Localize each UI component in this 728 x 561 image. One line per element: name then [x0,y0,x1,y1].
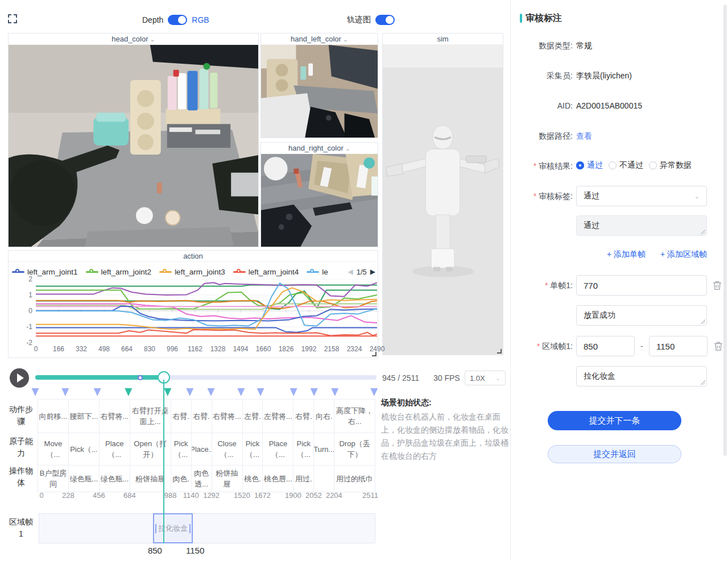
play-button[interactable] [10,368,29,388]
timeline-marker-icon[interactable] [94,388,101,396]
add-region-frame-link[interactable]: + 添加区域帧 [660,250,707,259]
legend-prev-icon[interactable]: ◀ [348,268,353,276]
action-step-cell[interactable]: 右臂将... [212,400,242,433]
resize-grip-icon[interactable] [701,319,705,324]
resize-handle[interactable] [372,352,377,356]
timeline-marker-icon[interactable] [237,388,245,396]
atomic-ability-cell[interactable]: Place.. [191,433,212,465]
timeline-marker-icon[interactable] [290,388,297,396]
delete-single-frame-icon[interactable] [713,280,722,290]
segment-left-grip[interactable] [155,524,156,533]
region-end-input[interactable]: 1150 [649,336,708,356]
action-step-cell[interactable]: 右臂. [293,400,313,433]
x-tick-label: 2324 [347,345,362,353]
submit-back-button[interactable]: 提交并返回 [548,445,681,463]
action-step-cell[interactable]: 向前移... [38,400,68,433]
resize-grip-icon[interactable] [701,230,705,234]
radio-option-pass[interactable]: 通过 [576,160,603,171]
atomic-ability-cell[interactable]: Close（... [212,433,242,465]
action-step-cell[interactable]: 向右. [313,400,334,433]
atomic-ability-cell[interactable]: Turn... [313,433,334,465]
atomic-ability-cell[interactable]: Place（... [99,433,130,465]
timeline-marker-icon[interactable] [186,388,193,396]
single-frame-dot[interactable] [138,375,143,380]
hand-left-color-video [261,45,378,138]
action-step-cell[interactable]: 右臂将... [99,400,130,433]
radio-icon[interactable] [609,161,617,169]
timeline-marker-icon[interactable] [370,388,378,396]
speed-select[interactable]: 1.0X ⌄ [465,371,506,385]
timeline-marker-icon[interactable] [61,388,69,396]
operate-object-cell[interactable]: 粉饼抽屉 [212,466,242,492]
operate-object-cell[interactable]: 绿色瓶... [99,466,130,492]
action-step-cell[interactable]: 右臂. [191,400,212,433]
atomic-ability-cell[interactable]: Pick（... [293,433,313,465]
trajectory-toggle[interactable] [375,15,395,25]
atomic-ability-cell[interactable]: Pick（... [68,433,99,465]
operate-object-cell[interactable]: 肉色. [171,466,191,492]
region-frame-track[interactable]: 拉化妆盒 [39,513,375,543]
radio-option-abnormal[interactable]: 异常数据 [649,160,692,171]
trajectory-label: 轨迹图 [347,15,371,25]
region-frame-segment[interactable]: 拉化妆盒 [153,513,193,543]
atomic-ability-cell[interactable]: Place（... [262,433,293,465]
playhead-line[interactable] [163,380,164,543]
operate-object-cell[interactable]: 桃色. [242,466,263,492]
operate-object-cell[interactable]: 肉色透... [191,466,212,492]
timeline-marker-icon[interactable] [125,388,132,396]
action-step-cell[interactable]: 右臂. [171,400,191,433]
hand-right-color-header[interactable]: hand_right_color⌄ [261,143,378,154]
single-frame-input[interactable]: 770 [576,275,707,296]
operate-object-cell[interactable]: B户型房间 [38,466,68,492]
data-path-view-link[interactable]: 查看 [576,131,592,142]
action-step-cell[interactable]: 高度下降，右... [334,400,375,433]
action-step-cell[interactable]: 腰部下... [68,400,99,433]
single-frame-note-textarea[interactable]: 放置成功 [576,305,707,326]
steps-axis-label: 684 [123,491,136,500]
operate-object-cell[interactable]: 绿色瓶... [68,466,99,492]
scrollbar[interactable] [723,5,727,456]
action-step-cell[interactable]: 左臂将... [262,400,293,433]
operate-object-cell[interactable]: 用过的纸巾 [334,466,375,492]
legend-item[interactable]: left_arm_joint2 [86,268,152,276]
timeline-marker-icon[interactable] [257,388,264,396]
segment-right-grip[interactable] [189,524,191,533]
timeline-marker-icon[interactable] [32,388,39,396]
atomic-ability-cell[interactable]: Drop（丢下） [334,433,375,465]
operate-object-cell[interactable] [313,466,334,492]
hand-left-color-header[interactable]: hand_left_color⌄ [261,34,378,45]
tag-select[interactable]: 通过 ⌄ [576,186,707,206]
tag-note-textarea[interactable]: 通过 [576,215,707,236]
legend-item[interactable]: left_arm_joint4 [233,268,299,276]
action-step-cell[interactable]: 左臂. [242,400,263,433]
legend-item[interactable]: left_arm_joint3 [159,268,225,276]
x-tick-label: 664 [121,345,133,353]
timeline-marker-icon[interactable] [208,388,215,396]
head-color-title: head_color [111,35,148,43]
radio-icon[interactable] [649,161,657,169]
timeline-marker-icon[interactable] [311,388,318,396]
timeline-marker-icon[interactable] [164,388,171,396]
atomic-ability-cell[interactable]: Pick（... [171,433,191,465]
atomic-ability-cell[interactable]: Move（... [38,433,68,465]
depth-rgb-toggle[interactable] [168,15,187,25]
add-single-frame-link[interactable]: + 添加单帧 [607,250,646,259]
legend-item[interactable]: le [307,268,328,276]
chart-legend: left_arm_joint1 left_arm_joint2 left_arm… [12,264,375,279]
delete-region-frame-icon[interactable] [714,341,723,351]
head-color-header[interactable]: head_color⌄ [9,34,258,45]
timeline-marker-icon[interactable] [331,388,338,396]
atomic-ability-cell[interactable]: Pick（... [242,433,263,465]
operate-object-cell[interactable]: 用过. [293,466,313,492]
operate-object-cell[interactable]: 桃色唇... [262,466,293,492]
region-frame-note-textarea[interactable]: 拉化妆盒 [576,366,707,387]
submit-next-button[interactable]: 提交并下一条 [548,411,681,430]
fullscreen-icon[interactable] [8,14,17,23]
region-start-input[interactable]: 850 [576,336,635,356]
legend-next-icon[interactable]: ▶ [370,268,375,276]
radio-option-fail[interactable]: 不通过 [609,160,643,171]
resize-grip-icon[interactable] [701,380,705,385]
radio-selected-icon[interactable] [576,161,584,169]
resize-handle[interactable] [497,349,502,354]
timeline-slider[interactable] [35,375,377,380]
